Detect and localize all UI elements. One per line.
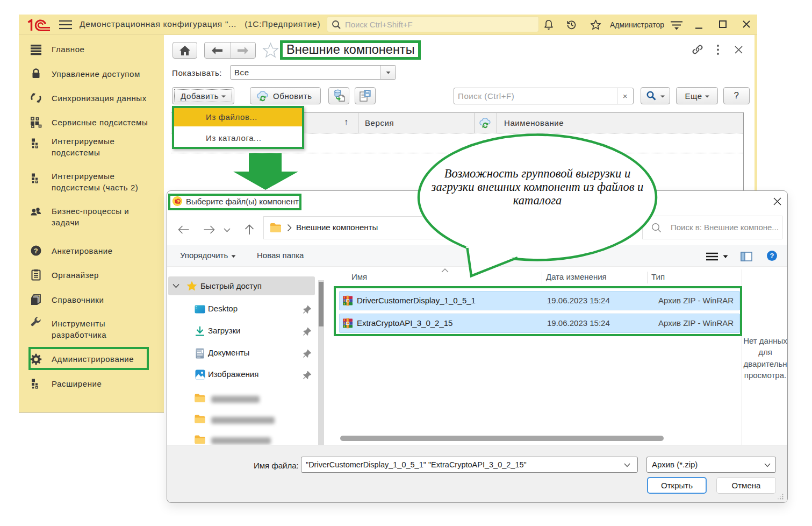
svg-text:?: ? <box>34 247 39 255</box>
svg-text:?: ? <box>770 252 774 260</box>
